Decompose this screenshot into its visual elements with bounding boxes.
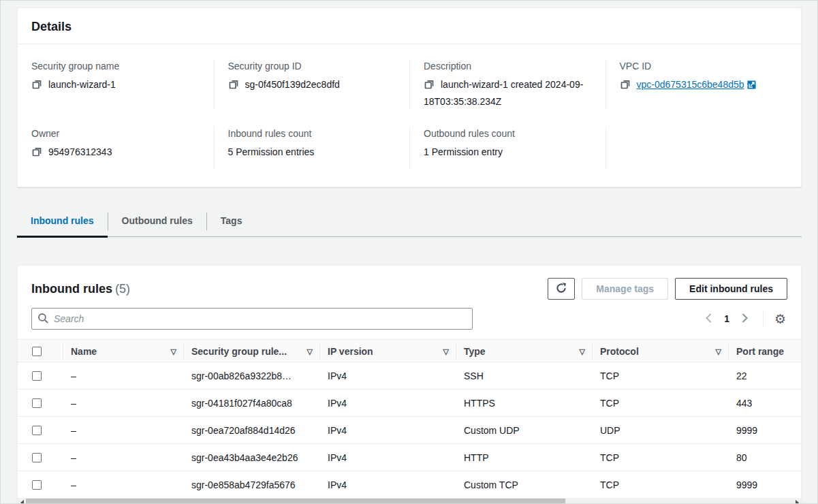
filter-icon[interactable]: ▽ [443,347,449,356]
column-header-port-range[interactable]: Port range [728,340,802,363]
column-header-rule-id[interactable]: Security group rule...▽ [183,340,319,363]
field-owner: Owner 954976312343 [18,127,214,169]
filter-icon[interactable]: ▽ [716,347,721,356]
table-toolbar: 1 ⚙ [18,308,801,339]
edit-inbound-rules-button[interactable]: Edit inbound rules [675,278,787,300]
row-checkbox[interactable] [32,371,42,381]
scroll-right-arrow-icon[interactable] [793,498,801,504]
copy-icon[interactable] [424,79,435,94]
chevron-right-icon [740,313,749,326]
cell-type: HTTP [456,452,592,463]
field-outbound-rules-count: Outbound rules count 1 Permission entry [409,127,605,169]
filter-icon[interactable]: ▽ [580,347,585,356]
column-header-type[interactable]: Type▽ [456,340,592,363]
cell-name: – [63,479,183,490]
cell-name: – [63,398,183,409]
details-content: Security group name launch-wizard-1 Secu… [18,44,801,187]
cell-protocol: TCP [592,398,728,409]
cell-protocol: TCP [592,452,728,463]
table-row[interactable]: – sgr-0ea720af884d14d26 IPv4 Custom UDP … [18,417,801,444]
row-checkbox[interactable] [32,480,42,490]
field-value: launch-wizard-1 [31,77,200,94]
cell-name: – [63,452,183,463]
field-label: VPC ID [620,59,788,73]
vpc-link[interactable]: vpc-0d675315c6be48d5b [637,79,744,90]
cell-type: Custom TCP [456,479,592,490]
column-header-ip-version[interactable]: IP version▽ [319,340,456,363]
manage-tags-button[interactable]: Manage tags [582,278,668,300]
field-value: launch-wizard-1 created 2024-09-18T03:35… [424,77,592,109]
table-row[interactable]: – sgr-04181f027f4a80ca8 IPv4 HTTPS TCP 4… [18,390,801,417]
rule-count-badge: (5) [115,282,130,296]
cell-rule-id: sgr-0e858ab4729fa5676 [183,479,319,490]
cell-name: – [63,425,183,436]
search-input[interactable] [31,308,473,330]
field-value: 5 Permission entries [228,144,396,159]
field-label: Outbound rules count [424,127,592,140]
details-card: Details Security group name launch-wizar… [17,7,802,187]
field-value: 1 Permission entry [424,144,592,159]
row-checkbox[interactable] [32,398,42,408]
details-header: Details [18,8,801,44]
refresh-button[interactable] [548,278,575,300]
inbound-rules-header: Inbound rules (5) Manage tags Edit inbou… [18,266,801,308]
field-empty [605,127,802,169]
copy-icon[interactable] [620,79,631,94]
copy-icon[interactable] [31,146,42,161]
select-all-cell [18,340,63,363]
cell-protocol: UDP [592,425,728,436]
filter-icon[interactable]: ▽ [171,347,176,356]
details-title: Details [31,20,72,33]
copy-icon[interactable] [228,79,239,94]
cell-rule-id: sgr-00ab826a9322b8… [183,371,319,381]
panel-actions: Manage tags Edit inbound rules [548,278,787,300]
row-checkbox[interactable] [32,426,42,435]
cell-protocol: TCP [592,371,728,381]
row-checkbox[interactable] [32,453,42,462]
field-vpc-id: VPC ID vpc-0d675315c6be48d5b [605,59,802,109]
column-header-protocol[interactable]: Protocol▽ [592,340,728,363]
tab-outbound-rules[interactable]: Outbound rules [108,206,206,236]
cell-type: Custom UDP [456,425,592,436]
cell-type: SSH [456,371,592,381]
column-header-name[interactable]: Name▽ [63,340,183,363]
tab-tags[interactable]: Tags [207,206,256,236]
refresh-icon [555,282,567,296]
search-box [31,308,473,330]
inbound-rules-card: Inbound rules (5) Manage tags Edit inbou… [17,265,802,504]
table-row[interactable]: – sgr-0ea43b4aa3e4e2b26 IPv4 HTTP TCP 80 [18,444,801,471]
cell-ip-version: IPv4 [319,398,456,409]
scrollbar-track[interactable] [26,498,793,504]
field-label: Inbound rules count [228,127,396,140]
cell-port-range: 80 [728,452,802,463]
current-page-number: 1 [720,313,734,324]
next-page-button[interactable] [736,310,753,328]
scrollbar-thumb[interactable] [26,499,565,504]
settings-gear-icon[interactable]: ⚙ [773,311,787,327]
filter-icon[interactable]: ▽ [307,347,313,356]
field-label: Security group ID [228,59,396,73]
cell-ip-version: IPv4 [319,479,456,490]
pager-divider [763,310,764,328]
cell-rule-id: sgr-04181f027f4a80ca8 [183,398,319,409]
table-row[interactable]: – sgr-0e858ab4729fa5676 IPv4 Custom TCP … [18,471,801,499]
previous-page-button[interactable] [700,310,717,328]
cell-port-range: 22 [728,371,802,381]
table-row[interactable]: – sgr-00ab826a9322b8… IPv4 SSH TCP 22 [18,362,801,390]
field-label: Owner [31,127,200,140]
scroll-left-arrow-icon[interactable] [18,498,26,504]
field-value: vpc-0d675315c6be48d5b [620,77,788,94]
pagination: 1 ⚙ [700,310,787,328]
field-label: Security group name [31,59,200,73]
table-header-row: Name▽ Security group rule...▽ IP version… [18,339,801,362]
search-icon [37,313,49,326]
tab-inbound-rules[interactable]: Inbound rules [17,206,108,236]
cell-protocol: TCP [592,479,728,490]
select-all-checkbox[interactable] [32,347,42,356]
external-link-icon [747,78,756,93]
field-value: 954976312343 [31,144,200,161]
horizontal-scrollbar[interactable] [18,498,801,504]
cell-name: – [63,371,183,381]
copy-icon[interactable] [31,79,42,94]
field-description: Description launch-wizard-1 created 2024… [409,59,605,109]
